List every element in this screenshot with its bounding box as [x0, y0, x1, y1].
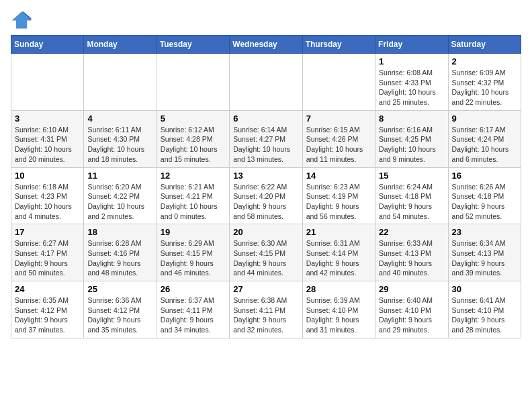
day-number: 21 — [306, 227, 371, 237]
day-info: Sunrise: 6:12 AM Sunset: 4:28 PM Dayligh… — [161, 125, 226, 165]
calendar-cell: 7Sunrise: 6:15 AM Sunset: 4:26 PM Daylig… — [302, 110, 375, 167]
day-number: 25 — [87, 284, 152, 294]
day-info: Sunrise: 6:08 AM Sunset: 4:33 PM Dayligh… — [379, 68, 444, 107]
day-number: 4 — [87, 113, 152, 124]
svg-marker-0 — [12, 12, 32, 29]
calendar-cell: 19Sunrise: 6:29 AM Sunset: 4:15 PM Dayli… — [157, 224, 229, 281]
day-info: Sunrise: 6:18 AM Sunset: 4:23 PM Dayligh… — [15, 182, 80, 222]
calendar-cell — [230, 54, 302, 111]
day-info: Sunrise: 6:33 AM Sunset: 4:13 PM Dayligh… — [379, 238, 444, 278]
calendar-cell: 27Sunrise: 6:38 AM Sunset: 4:11 PM Dayli… — [230, 281, 302, 338]
calendar-cell: 10Sunrise: 6:18 AM Sunset: 4:23 PM Dayli… — [11, 167, 84, 224]
day-info: Sunrise: 6:15 AM Sunset: 4:26 PM Dayligh… — [306, 125, 371, 165]
day-number: 18 — [87, 227, 152, 237]
calendar-cell: 11Sunrise: 6:20 AM Sunset: 4:22 PM Dayli… — [84, 167, 157, 224]
calendar-cell: 13Sunrise: 6:22 AM Sunset: 4:20 PM Dayli… — [230, 167, 302, 224]
calendar-cell: 28Sunrise: 6:39 AM Sunset: 4:10 PM Dayli… — [302, 281, 375, 338]
calendar-cell: 16Sunrise: 6:26 AM Sunset: 4:18 PM Dayli… — [448, 167, 521, 224]
day-info: Sunrise: 6:24 AM Sunset: 4:18 PM Dayligh… — [379, 182, 444, 222]
day-number: 20 — [233, 227, 298, 237]
calendar-cell: 25Sunrise: 6:36 AM Sunset: 4:12 PM Dayli… — [84, 281, 157, 338]
calendar-cell: 20Sunrise: 6:30 AM Sunset: 4:15 PM Dayli… — [230, 224, 302, 281]
weekday-header-friday: Friday — [375, 36, 448, 54]
day-number: 9 — [452, 113, 517, 124]
calendar-cell: 2Sunrise: 6:09 AM Sunset: 4:32 PM Daylig… — [448, 54, 521, 111]
day-info: Sunrise: 6:37 AM Sunset: 4:11 PM Dayligh… — [161, 295, 226, 335]
day-number: 15 — [379, 171, 444, 181]
day-info: Sunrise: 6:10 AM Sunset: 4:31 PM Dayligh… — [15, 125, 80, 165]
day-info: Sunrise: 6:22 AM Sunset: 4:20 PM Dayligh… — [233, 182, 298, 222]
calendar-cell: 4Sunrise: 6:11 AM Sunset: 4:30 PM Daylig… — [84, 110, 157, 167]
weekday-header-monday: Monday — [84, 36, 157, 54]
day-info: Sunrise: 6:09 AM Sunset: 4:32 PM Dayligh… — [452, 68, 517, 107]
day-info: Sunrise: 6:28 AM Sunset: 4:16 PM Dayligh… — [87, 238, 152, 278]
day-info: Sunrise: 6:27 AM Sunset: 4:17 PM Dayligh… — [15, 238, 80, 278]
day-info: Sunrise: 6:40 AM Sunset: 4:10 PM Dayligh… — [379, 295, 444, 335]
day-info: Sunrise: 6:35 AM Sunset: 4:12 PM Dayligh… — [15, 295, 80, 335]
day-number: 2 — [452, 56, 517, 66]
day-info: Sunrise: 6:39 AM Sunset: 4:10 PM Dayligh… — [306, 295, 371, 335]
day-number: 19 — [161, 227, 226, 237]
day-info: Sunrise: 6:31 AM Sunset: 4:14 PM Dayligh… — [306, 238, 371, 278]
day-info: Sunrise: 6:26 AM Sunset: 4:18 PM Dayligh… — [452, 182, 517, 222]
day-info: Sunrise: 6:38 AM Sunset: 4:11 PM Dayligh… — [233, 295, 298, 335]
day-info: Sunrise: 6:17 AM Sunset: 4:24 PM Dayligh… — [452, 125, 517, 165]
calendar-cell — [157, 54, 229, 111]
day-number: 11 — [87, 171, 152, 181]
calendar-cell: 1Sunrise: 6:08 AM Sunset: 4:33 PM Daylig… — [375, 54, 448, 111]
day-info: Sunrise: 6:11 AM Sunset: 4:30 PM Dayligh… — [87, 125, 152, 165]
day-number: 1 — [379, 56, 444, 66]
page-header — [11, 11, 521, 30]
day-info: Sunrise: 6:36 AM Sunset: 4:12 PM Dayligh… — [87, 295, 152, 335]
calendar-table: SundayMondayTuesdayWednesdayThursdayFrid… — [11, 35, 521, 338]
day-number: 24 — [15, 284, 80, 294]
weekday-header-wednesday: Wednesday — [230, 36, 302, 54]
calendar-cell — [11, 54, 84, 111]
day-number: 5 — [161, 113, 226, 124]
day-info: Sunrise: 6:30 AM Sunset: 4:15 PM Dayligh… — [233, 238, 298, 278]
calendar-cell — [84, 54, 157, 111]
day-number: 22 — [379, 227, 444, 237]
day-number: 10 — [15, 171, 80, 181]
calendar-cell: 9Sunrise: 6:17 AM Sunset: 4:24 PM Daylig… — [448, 110, 521, 167]
calendar-cell: 26Sunrise: 6:37 AM Sunset: 4:11 PM Dayli… — [157, 281, 229, 338]
calendar-cell: 30Sunrise: 6:41 AM Sunset: 4:10 PM Dayli… — [448, 281, 521, 338]
day-info: Sunrise: 6:14 AM Sunset: 4:27 PM Dayligh… — [233, 125, 298, 165]
calendar-cell: 29Sunrise: 6:40 AM Sunset: 4:10 PM Dayli… — [375, 281, 448, 338]
weekday-header-tuesday: Tuesday — [157, 36, 229, 54]
day-number: 26 — [161, 284, 226, 294]
day-number: 8 — [379, 113, 444, 124]
day-info: Sunrise: 6:29 AM Sunset: 4:15 PM Dayligh… — [161, 238, 226, 278]
day-number: 13 — [233, 171, 298, 181]
calendar-cell: 23Sunrise: 6:34 AM Sunset: 4:13 PM Dayli… — [448, 224, 521, 281]
calendar-cell: 17Sunrise: 6:27 AM Sunset: 4:17 PM Dayli… — [11, 224, 84, 281]
calendar-cell: 5Sunrise: 6:12 AM Sunset: 4:28 PM Daylig… — [157, 110, 229, 167]
day-info: Sunrise: 6:34 AM Sunset: 4:13 PM Dayligh… — [452, 238, 517, 278]
calendar-cell: 24Sunrise: 6:35 AM Sunset: 4:12 PM Dayli… — [11, 281, 84, 338]
calendar-cell: 18Sunrise: 6:28 AM Sunset: 4:16 PM Dayli… — [84, 224, 157, 281]
weekday-header-saturday: Saturday — [448, 36, 521, 54]
day-info: Sunrise: 6:41 AM Sunset: 4:10 PM Dayligh… — [452, 295, 517, 335]
weekday-header-sunday: Sunday — [11, 36, 84, 54]
day-number: 3 — [15, 113, 80, 124]
day-info: Sunrise: 6:16 AM Sunset: 4:25 PM Dayligh… — [379, 125, 444, 165]
day-number: 16 — [452, 171, 517, 181]
day-number: 29 — [379, 284, 444, 294]
calendar-cell: 15Sunrise: 6:24 AM Sunset: 4:18 PM Dayli… — [375, 167, 448, 224]
day-number: 7 — [306, 113, 371, 124]
day-info: Sunrise: 6:20 AM Sunset: 4:22 PM Dayligh… — [87, 182, 152, 222]
calendar-cell: 14Sunrise: 6:23 AM Sunset: 4:19 PM Dayli… — [302, 167, 375, 224]
day-info: Sunrise: 6:23 AM Sunset: 4:19 PM Dayligh… — [306, 182, 371, 222]
calendar-cell: 21Sunrise: 6:31 AM Sunset: 4:14 PM Dayli… — [302, 224, 375, 281]
day-number: 23 — [452, 227, 517, 237]
day-number: 17 — [15, 227, 80, 237]
calendar-cell: 6Sunrise: 6:14 AM Sunset: 4:27 PM Daylig… — [230, 110, 302, 167]
logo — [11, 11, 35, 30]
day-number: 12 — [161, 171, 226, 181]
day-number: 27 — [233, 284, 298, 294]
day-info: Sunrise: 6:21 AM Sunset: 4:21 PM Dayligh… — [161, 182, 226, 222]
day-number: 30 — [452, 284, 517, 294]
day-number: 14 — [306, 171, 371, 181]
calendar-cell: 3Sunrise: 6:10 AM Sunset: 4:31 PM Daylig… — [11, 110, 84, 167]
calendar-cell: 22Sunrise: 6:33 AM Sunset: 4:13 PM Dayli… — [375, 224, 448, 281]
